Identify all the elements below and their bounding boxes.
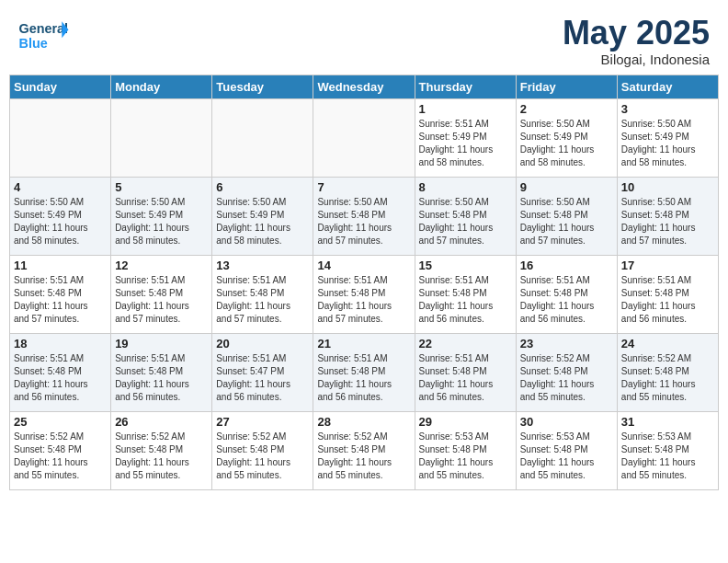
calendar-cell: 12Sunrise: 5:51 AM Sunset: 5:48 PM Dayli… (111, 255, 212, 333)
day-number: 7 (317, 180, 410, 194)
calendar-cell: 4Sunrise: 5:50 AM Sunset: 5:49 PM Daylig… (10, 177, 111, 255)
calendar-cell: 30Sunrise: 5:53 AM Sunset: 5:48 PM Dayli… (516, 411, 617, 489)
calendar-cell: 24Sunrise: 5:52 AM Sunset: 5:48 PM Dayli… (617, 333, 718, 411)
calendar-cell (111, 98, 212, 177)
day-number: 22 (419, 337, 512, 350)
calendar-cell: 8Sunrise: 5:50 AM Sunset: 5:48 PM Daylig… (415, 177, 516, 255)
calendar-cell (10, 98, 111, 177)
day-number: 21 (317, 337, 410, 350)
day-info: Sunrise: 5:52 AM Sunset: 5:48 PM Dayligh… (621, 352, 714, 404)
day-info: Sunrise: 5:50 AM Sunset: 5:49 PM Dayligh… (621, 118, 714, 169)
calendar-cell: 5Sunrise: 5:50 AM Sunset: 5:49 PM Daylig… (111, 177, 212, 255)
calendar-cell: 26Sunrise: 5:52 AM Sunset: 5:48 PM Dayli… (111, 411, 212, 489)
day-info: Sunrise: 5:50 AM Sunset: 5:49 PM Dayligh… (216, 196, 309, 247)
calendar-cell (313, 98, 415, 177)
day-number: 24 (621, 337, 714, 350)
day-info: Sunrise: 5:50 AM Sunset: 5:49 PM Dayligh… (115, 196, 208, 247)
day-info: Sunrise: 5:51 AM Sunset: 5:48 PM Dayligh… (14, 352, 107, 404)
day-number: 12 (115, 259, 208, 272)
day-info: Sunrise: 5:50 AM Sunset: 5:48 PM Dayligh… (520, 196, 613, 247)
weekday-header-monday: Monday (111, 75, 212, 98)
day-number: 31 (621, 415, 714, 429)
day-info: Sunrise: 5:51 AM Sunset: 5:48 PM Dayligh… (419, 352, 512, 404)
calendar-cell: 11Sunrise: 5:51 AM Sunset: 5:48 PM Dayli… (10, 255, 111, 333)
day-number: 17 (621, 259, 714, 272)
day-number: 20 (216, 337, 309, 350)
day-number: 13 (216, 259, 309, 272)
calendar-cell: 13Sunrise: 5:51 AM Sunset: 5:48 PM Dayli… (212, 255, 313, 333)
day-info: Sunrise: 5:52 AM Sunset: 5:48 PM Dayligh… (115, 431, 208, 482)
calendar-cell: 9Sunrise: 5:50 AM Sunset: 5:48 PM Daylig… (516, 177, 617, 255)
title-block: May 2025 Bilogai, Indonesia (563, 15, 710, 67)
day-number: 18 (14, 337, 107, 350)
calendar-cell: 31Sunrise: 5:53 AM Sunset: 5:48 PM Dayli… (617, 411, 718, 489)
day-info: Sunrise: 5:50 AM Sunset: 5:49 PM Dayligh… (14, 196, 107, 247)
calendar-table: SundayMondayTuesdayWednesdayThursdayFrid… (9, 75, 719, 490)
day-number: 27 (216, 415, 309, 429)
day-number: 19 (115, 337, 208, 350)
calendar-week-row-3: 11Sunrise: 5:51 AM Sunset: 5:48 PM Dayli… (10, 255, 719, 333)
day-number: 30 (520, 415, 613, 429)
day-info: Sunrise: 5:52 AM Sunset: 5:48 PM Dayligh… (14, 431, 107, 482)
calendar-cell: 22Sunrise: 5:51 AM Sunset: 5:48 PM Dayli… (415, 333, 516, 411)
weekday-header-tuesday: Tuesday (212, 75, 313, 98)
day-info: Sunrise: 5:51 AM Sunset: 5:48 PM Dayligh… (317, 352, 410, 404)
calendar-cell: 17Sunrise: 5:51 AM Sunset: 5:48 PM Dayli… (617, 255, 718, 333)
day-info: Sunrise: 5:51 AM Sunset: 5:49 PM Dayligh… (419, 118, 512, 169)
calendar-cell (212, 98, 313, 177)
calendar-cell: 23Sunrise: 5:52 AM Sunset: 5:48 PM Dayli… (516, 333, 617, 411)
day-info: Sunrise: 5:51 AM Sunset: 5:47 PM Dayligh… (216, 352, 309, 404)
day-number: 4 (14, 180, 107, 194)
weekday-header-row: SundayMondayTuesdayWednesdayThursdayFrid… (10, 75, 719, 98)
calendar-week-row-5: 25Sunrise: 5:52 AM Sunset: 5:48 PM Dayli… (10, 411, 719, 489)
month-title: May 2025 (563, 15, 710, 52)
calendar-cell: 3Sunrise: 5:50 AM Sunset: 5:49 PM Daylig… (617, 98, 718, 177)
svg-text:Blue: Blue (19, 36, 48, 51)
calendar-cell: 1Sunrise: 5:51 AM Sunset: 5:49 PM Daylig… (415, 98, 516, 177)
calendar-cell: 16Sunrise: 5:51 AM Sunset: 5:48 PM Dayli… (516, 255, 617, 333)
day-info: Sunrise: 5:51 AM Sunset: 5:48 PM Dayligh… (419, 274, 512, 326)
location: Bilogai, Indonesia (563, 52, 710, 67)
day-info: Sunrise: 5:51 AM Sunset: 5:48 PM Dayligh… (115, 274, 208, 326)
day-info: Sunrise: 5:50 AM Sunset: 5:48 PM Dayligh… (317, 196, 410, 247)
day-number: 5 (115, 180, 208, 194)
day-info: Sunrise: 5:53 AM Sunset: 5:48 PM Dayligh… (621, 431, 714, 482)
day-info: Sunrise: 5:53 AM Sunset: 5:48 PM Dayligh… (419, 431, 512, 482)
day-info: Sunrise: 5:52 AM Sunset: 5:48 PM Dayligh… (216, 431, 309, 482)
day-info: Sunrise: 5:52 AM Sunset: 5:48 PM Dayligh… (317, 431, 410, 482)
calendar-cell: 14Sunrise: 5:51 AM Sunset: 5:48 PM Dayli… (313, 255, 415, 333)
calendar-cell: 2Sunrise: 5:50 AM Sunset: 5:49 PM Daylig… (516, 98, 617, 177)
calendar-cell: 10Sunrise: 5:50 AM Sunset: 5:48 PM Dayli… (617, 177, 718, 255)
day-number: 9 (520, 180, 613, 194)
calendar-cell: 25Sunrise: 5:52 AM Sunset: 5:48 PM Dayli… (10, 411, 111, 489)
calendar-cell: 19Sunrise: 5:51 AM Sunset: 5:48 PM Dayli… (111, 333, 212, 411)
day-number: 16 (520, 259, 613, 272)
day-number: 11 (14, 259, 107, 272)
header: General Blue May 2025 Bilogai, Indonesia (0, 0, 728, 75)
page: General Blue May 2025 Bilogai, Indonesia… (0, 0, 728, 563)
calendar-cell: 29Sunrise: 5:53 AM Sunset: 5:48 PM Dayli… (415, 411, 516, 489)
day-number: 14 (317, 259, 410, 272)
day-info: Sunrise: 5:51 AM Sunset: 5:48 PM Dayligh… (115, 352, 208, 404)
calendar-cell: 7Sunrise: 5:50 AM Sunset: 5:48 PM Daylig… (313, 177, 415, 255)
day-number: 8 (419, 180, 512, 194)
calendar-cell: 18Sunrise: 5:51 AM Sunset: 5:48 PM Dayli… (10, 333, 111, 411)
day-number: 1 (419, 102, 512, 116)
calendar-cell: 20Sunrise: 5:51 AM Sunset: 5:47 PM Dayli… (212, 333, 313, 411)
weekday-header-friday: Friday (516, 75, 617, 98)
weekday-header-wednesday: Wednesday (313, 75, 415, 98)
calendar-week-row-2: 4Sunrise: 5:50 AM Sunset: 5:49 PM Daylig… (10, 177, 719, 255)
day-info: Sunrise: 5:50 AM Sunset: 5:48 PM Dayligh… (621, 196, 714, 247)
calendar-week-row-1: 1Sunrise: 5:51 AM Sunset: 5:49 PM Daylig… (10, 98, 719, 177)
calendar-cell: 15Sunrise: 5:51 AM Sunset: 5:48 PM Dayli… (415, 255, 516, 333)
calendar-week-row-4: 18Sunrise: 5:51 AM Sunset: 5:48 PM Dayli… (10, 333, 719, 411)
day-info: Sunrise: 5:51 AM Sunset: 5:48 PM Dayligh… (216, 274, 309, 326)
day-info: Sunrise: 5:51 AM Sunset: 5:48 PM Dayligh… (621, 274, 714, 326)
day-number: 6 (216, 180, 309, 194)
day-number: 23 (520, 337, 613, 350)
logo: General Blue (18, 15, 69, 56)
day-number: 10 (621, 180, 714, 194)
day-number: 15 (419, 259, 512, 272)
day-info: Sunrise: 5:53 AM Sunset: 5:48 PM Dayligh… (520, 431, 613, 482)
day-number: 2 (520, 102, 613, 116)
